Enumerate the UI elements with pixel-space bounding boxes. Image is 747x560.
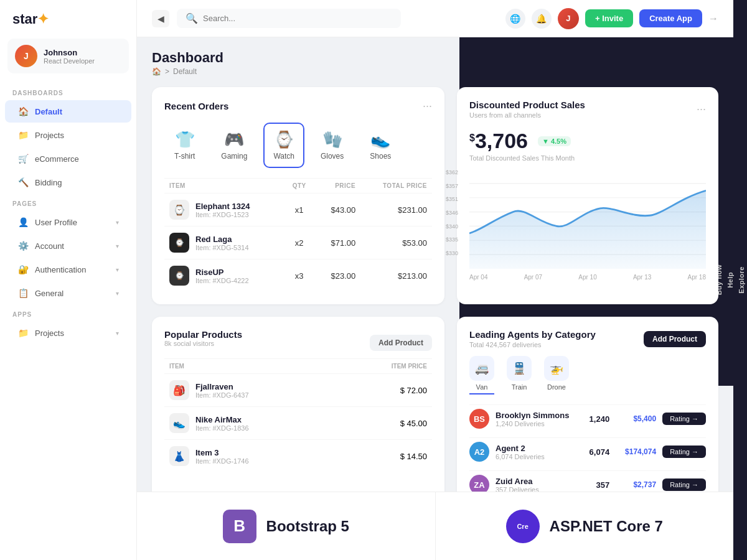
sidebar-item-authentication[interactable]: 🔐 Authentication ▾ <box>5 258 131 281</box>
row3-id: Item: #XDG-4222 <box>195 277 249 284</box>
table-row: ⌚Red LagaItem: #XDG-5314 x2 $71.00 $53.0… <box>164 226 432 259</box>
pp-row1-price: $ 72.00 <box>342 374 432 407</box>
collapse-sidebar-button[interactable]: ◀ <box>152 10 169 27</box>
notification-icon-button[interactable]: 🔔 <box>532 9 552 29</box>
tab-van[interactable]: 🚐 Van <box>469 356 494 394</box>
agent1-count: 1,240 <box>581 414 609 424</box>
tab-van-label: Van <box>476 383 488 391</box>
sidebar-item-default[interactable]: 🏠 Default <box>5 100 131 123</box>
breadcrumb-current: Default <box>173 67 197 76</box>
row3-icon: ⌚ <box>169 266 189 286</box>
sales-badge: ▼ 4.5% <box>538 136 571 146</box>
breadcrumb-home-icon: 🏠 <box>152 67 161 76</box>
create-app-button[interactable]: Create App <box>639 9 702 27</box>
chevron-down-icon: ▾ <box>116 330 119 337</box>
agent3-rating-button[interactable]: Rating → <box>662 478 706 491</box>
tab-gaming-label: Gaming <box>221 152 247 161</box>
search-input[interactable] <box>203 14 392 23</box>
sales-amount-row: $3,706 ▼ 4.5% <box>469 129 706 153</box>
tab-drone[interactable]: 🚁 Drone <box>544 356 569 394</box>
globe-icon-button[interactable]: 🌐 <box>505 9 525 29</box>
sidebar-item-label: Authentication <box>35 265 86 274</box>
promo-banner: B Bootstrap 5 Cre ASP.NET Core 7 <box>137 492 733 560</box>
sidebar-item-account[interactable]: ⚙️ Account ▾ <box>5 235 131 257</box>
more-options-button[interactable]: ··· <box>423 100 432 113</box>
aspnet-promo[interactable]: Cre ASP.NET Core 7 <box>436 492 734 560</box>
chart-x-label: Apr 18 <box>688 274 706 281</box>
row2-total: $53.00 <box>360 226 432 259</box>
user-profile-card[interactable]: J Johnson React Developer <box>7 39 129 73</box>
pp-row2-icon: 👟 <box>169 413 189 433</box>
chart-x-label: Apr 04 <box>469 274 487 281</box>
chart-y-labels: $362 $357 $351 $346 $340 $335 $330 <box>446 169 458 256</box>
table-row: ⌚RiseUPItem: #XDG-4222 x3 $23.00 $213.00 <box>164 259 432 292</box>
sidebar-item-projects-app[interactable]: 📁 Projects ▾ <box>5 322 131 344</box>
agent1-deliveries: 1,240 Deliveries <box>496 420 575 427</box>
row1-total: $231.00 <box>360 194 432 226</box>
sidebar-item-projects[interactable]: 📁 Projects <box>5 124 131 146</box>
discounted-sales-subtitle: Users from all channels <box>469 111 585 119</box>
gaming-icon: 🎮 <box>224 130 244 149</box>
chart-x-label: Apr 10 <box>578 274 596 281</box>
tab-gloves[interactable]: 🧤 Gloves <box>311 123 354 168</box>
tab-gaming[interactable]: 🎮 Gaming <box>211 123 257 168</box>
pp-row2-price: $ 45.00 <box>342 407 432 440</box>
pages-section-label: PAGES <box>0 194 136 210</box>
sidebar-item-user-profile[interactable]: 👤 User Profile ▾ <box>5 211 131 233</box>
tab-tshirt[interactable]: 👕 T-shirt <box>164 123 205 168</box>
agent2-count: 6,074 <box>581 447 609 457</box>
page-title: Dashboard <box>152 50 223 66</box>
user-avatar-button[interactable]: J <box>558 8 579 29</box>
sidebar-item-general[interactable]: 📋 General ▾ <box>5 282 131 304</box>
chart-y-label: $351 <box>446 196 458 202</box>
chart-x-label: Apr 07 <box>524 274 542 281</box>
sidebar-item-label: Projects <box>35 131 64 140</box>
agent2-earnings: $174,074 <box>616 447 656 456</box>
popular-products-header: Popular Products 8k social visitors Add … <box>164 329 432 356</box>
help-button[interactable]: Help <box>725 262 736 298</box>
leading-agents-card: Leading Agents by Category Total 424,567… <box>457 317 718 511</box>
agent1-avatar: BS <box>469 409 489 429</box>
agents-add-product-button[interactable]: Add Product <box>644 331 706 347</box>
row3-qty: x3 <box>284 259 315 292</box>
arrow-right-icon[interactable]: → <box>708 13 718 24</box>
order-tabs: 👕 T-shirt 🎮 Gaming ⌚ Watch 🧤 Gloves <box>164 123 432 168</box>
agent2-deliveries: 6,074 Deliveries <box>496 453 575 460</box>
sidebar-item-ecommerce[interactable]: 🛒 eCommerce <box>5 147 131 170</box>
tab-train[interactable]: 🚆 Train <box>507 356 532 394</box>
bootstrap-promo[interactable]: B Bootstrap 5 <box>137 492 436 560</box>
user-role: React Developer <box>44 57 95 65</box>
invite-button[interactable]: + Invite <box>585 9 633 27</box>
tab-gloves-label: Gloves <box>321 152 344 161</box>
pp-row3-id: Item: #XDG-1746 <box>195 457 249 465</box>
auth-icon: 🔐 <box>17 264 29 275</box>
agent2-rating-button[interactable]: Rating → <box>662 446 706 458</box>
col-item: ITEM <box>164 179 284 194</box>
agent3-name: Zuid Area <box>496 477 575 486</box>
explore-button[interactable]: Explore <box>736 256 747 304</box>
row1-price: $43.00 <box>315 194 360 226</box>
pp-row3-price: $ 14.50 <box>342 440 432 473</box>
row1-id: Item: #XDG-1523 <box>195 211 250 218</box>
projects-icon: 📁 <box>17 129 29 141</box>
aspnet-logo-icon: Cre <box>506 510 540 543</box>
list-item: 🎒FjallravenItem: #XDG-6437 $ 72.00 <box>164 374 432 407</box>
tab-watch-label: Watch <box>273 152 294 161</box>
sales-amount: $3,706 <box>469 129 528 153</box>
tab-watch[interactable]: ⌚ Watch <box>263 123 304 168</box>
chart-y-label: $335 <box>446 236 458 243</box>
chart-y-label: $330 <box>446 250 458 256</box>
sidebar-item-bidding[interactable]: 🔨 Bidding <box>5 171 131 194</box>
pp-row3-name: Item 3 <box>195 448 249 457</box>
discounted-sales-card: Discounted Product Sales Users from all … <box>457 87 718 304</box>
agent1-rating-button[interactable]: Rating → <box>662 413 706 425</box>
agent2-name: Agent 2 <box>496 444 575 453</box>
chart-y-label: $340 <box>446 223 458 230</box>
dashboards-section-label: DASHBOARDS <box>0 83 136 100</box>
add-product-button[interactable]: Add Product <box>370 335 432 351</box>
pp-row1-icon: 🎒 <box>169 380 189 400</box>
more-options-button[interactable]: ··· <box>697 103 706 116</box>
sidebar-item-label: Bidding <box>35 178 62 187</box>
tab-shoes[interactable]: 👟 Shoes <box>360 123 401 168</box>
row3-total: $213.00 <box>360 259 432 292</box>
